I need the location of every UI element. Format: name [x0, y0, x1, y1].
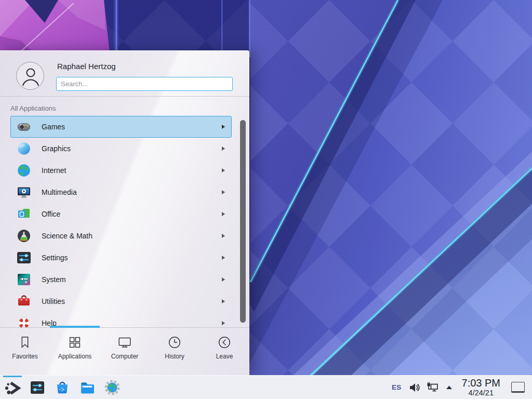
submenu-arrow-icon: [222, 212, 225, 216]
menu-item-label: Utilities: [42, 297, 65, 305]
menu-item-settings[interactable]: Settings: [10, 247, 232, 269]
menu-item-utilities[interactable]: Utilities: [10, 290, 232, 312]
menu-item-help[interactable]: Help: [10, 312, 232, 328]
system-icon: [16, 271, 32, 288]
submenu-arrow-icon: [222, 168, 225, 172]
tab-favorites[interactable]: Favorites: [0, 328, 50, 375]
user-icon: [17, 62, 45, 90]
desktop: Raphael Hertzog All Applications Games: [0, 0, 532, 399]
favorites-icon: [17, 335, 33, 350]
science-icon: [16, 228, 32, 244]
discover-icon: [54, 379, 71, 396]
tab-label: History: [165, 353, 184, 360]
tab-applications[interactable]: Applications: [50, 328, 100, 375]
menu-tab-bar: Favorites Applications: [0, 327, 249, 375]
search-input[interactable]: [56, 77, 233, 91]
tab-label: Applications: [58, 353, 92, 360]
menu-item-system[interactable]: System: [10, 269, 232, 290]
clock-time: 7:03 PM: [462, 378, 500, 388]
menu-item-games[interactable]: Games: [10, 116, 232, 138]
network-icon[interactable]: [427, 382, 438, 393]
menu-item-graphics[interactable]: Graphics: [10, 138, 232, 159]
history-icon: [167, 335, 182, 350]
menu-item-label: Internet: [42, 166, 66, 175]
user-name: Raphael Hertzog: [57, 62, 116, 71]
submenu-arrow-icon: [222, 321, 225, 325]
menu-item-multimedia[interactable]: Multimedia: [10, 181, 232, 203]
system-settings-button[interactable]: [29, 376, 46, 399]
app-launcher-icon: [4, 379, 21, 396]
menu-item-label: Science & Math: [42, 232, 92, 240]
web-browser-button[interactable]: [103, 376, 121, 399]
menu-item-office[interactable]: Office: [10, 203, 232, 225]
category-list: Games Graphics: [0, 116, 249, 328]
submenu-arrow-icon: [222, 256, 225, 260]
submenu-arrow-icon: [222, 190, 225, 194]
submenu-arrow-icon: [222, 125, 225, 129]
menu-item-label: Office: [42, 210, 60, 218]
menu-item-label: Graphics: [42, 144, 71, 153]
digital-clock[interactable]: 7:03 PM 4/24/21: [462, 378, 500, 397]
internet-icon: [16, 162, 32, 179]
submenu-arrow-icon: [222, 277, 225, 282]
tab-computer[interactable]: Computer: [100, 328, 150, 375]
volume-icon[interactable]: [408, 382, 420, 393]
menu-item-label: Multimedia: [42, 188, 77, 196]
leave-icon: [217, 335, 232, 350]
section-label: All Applications: [10, 104, 56, 112]
help-icon: [16, 315, 32, 328]
tab-label: Computer: [111, 353, 139, 360]
menu-header: Raphael Hertzog: [0, 51, 249, 97]
graphics-icon: [16, 140, 32, 157]
application-launcher-menu: Raphael Hertzog All Applications Games: [0, 50, 249, 375]
menu-item-science-math[interactable]: Science & Math: [10, 225, 232, 247]
tab-history[interactable]: History: [150, 328, 200, 375]
settings-icon: [16, 249, 32, 266]
keyboard-layout-indicator[interactable]: ES: [392, 383, 402, 391]
system-tray: ES: [392, 378, 528, 397]
submenu-arrow-icon: [222, 147, 225, 151]
avatar[interactable]: [16, 62, 44, 90]
submenu-arrow-icon: [222, 299, 225, 303]
office-icon: [16, 206, 32, 222]
submenu-arrow-icon: [222, 234, 225, 238]
file-manager-icon: [79, 379, 96, 396]
expand-tray-icon[interactable]: [445, 384, 453, 390]
file-manager-button[interactable]: [78, 376, 96, 399]
menu-item-label: Settings: [42, 254, 68, 262]
applications-icon: [67, 335, 83, 350]
tab-label: Favorites: [12, 353, 37, 360]
clock-date: 4/24/21: [469, 389, 494, 397]
tab-leave[interactable]: Leave: [200, 328, 249, 375]
menu-item-label: Games: [42, 123, 65, 131]
active-task-indicator: [3, 376, 22, 377]
app-launcher-button[interactable]: [4, 376, 21, 399]
menu-item-label: System: [42, 275, 66, 284]
computer-icon: [117, 335, 132, 350]
tab-label: Leave: [216, 353, 233, 360]
multimedia-icon: [16, 184, 32, 201]
games-icon: [16, 118, 32, 135]
list-scrollbar[interactable]: [240, 120, 246, 323]
active-tab-indicator: [50, 326, 100, 328]
system-settings-icon: [29, 379, 46, 396]
utilities-icon: [16, 293, 32, 310]
taskbar: ES: [0, 375, 532, 399]
menu-item-internet[interactable]: Internet: [10, 159, 232, 181]
taskbar-app-icons: [0, 376, 121, 399]
discover-button[interactable]: [54, 376, 71, 399]
web-browser-icon: [104, 379, 121, 396]
show-desktop-button[interactable]: [511, 382, 525, 393]
